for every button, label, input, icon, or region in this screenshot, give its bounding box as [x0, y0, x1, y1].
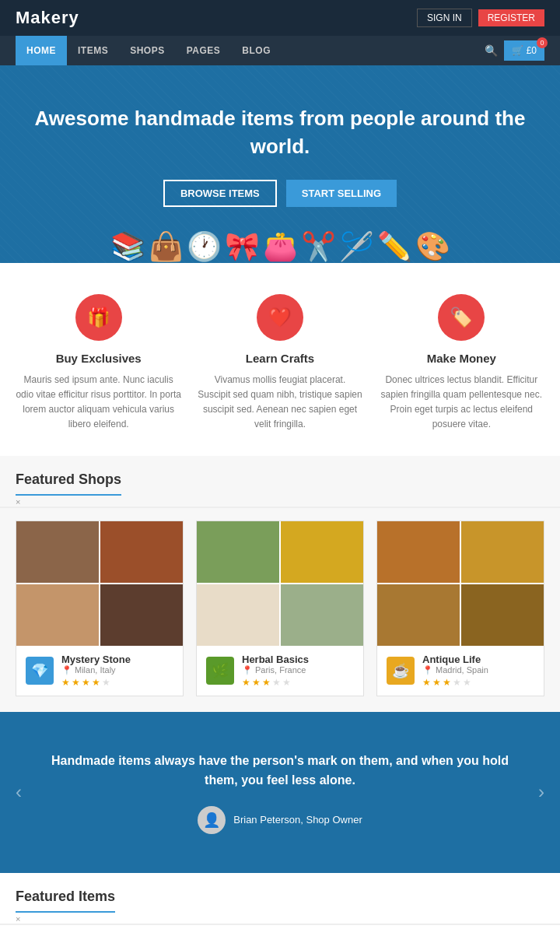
toy-scissors: ✂️: [301, 230, 336, 263]
shop-img-9: [377, 521, 460, 583]
shop-img-11: [377, 584, 460, 646]
star-a1: ★: [422, 677, 431, 688]
featured-items-title: Featured Items: [16, 889, 115, 913]
star-a2: ★: [432, 677, 441, 688]
quote-prev-arrow[interactable]: ‹: [16, 781, 22, 803]
shop-name-herbal-basics: Herbal Basics: [242, 654, 354, 665]
feature-title-money: Make Money: [379, 352, 544, 365]
shop-images-herbal-basics: [197, 521, 363, 646]
shop-img-8: [281, 584, 363, 646]
nav-item-pages[interactable]: PAGES: [176, 36, 232, 65]
shop-info-mystery-stone: 💎 Mystery Stone 📍 Milan, Italy ★ ★ ★ ★ ★: [16, 646, 183, 696]
cart-badge: 0: [537, 37, 548, 48]
cart-amount: £0: [527, 45, 537, 56]
shop-img-10: [461, 521, 544, 583]
hero-title: Awesome handmade items from people aroun…: [16, 104, 544, 161]
toy-gift: 🎀: [225, 230, 260, 263]
location-pin-icon-3: 📍: [422, 665, 433, 675]
shop-name-antique-life: Antique Life: [422, 654, 534, 665]
shop-details-antique-life: Antique Life 📍 Madrid, Spain ★ ★ ★ ★ ★: [422, 654, 534, 688]
feature-make-money: 🏷️ Make Money Donec ultrices lectus blan…: [379, 294, 544, 433]
shop-card-herbal-basics[interactable]: 🌿 Herbal Basics 📍 Paris, France ★ ★ ★ ★ …: [196, 521, 364, 696]
star-h1: ★: [242, 677, 250, 688]
feature-desc-buy: Mauris sed ipsum ante. Nunc iaculis odio…: [16, 373, 181, 433]
register-button[interactable]: REGISTER: [478, 9, 544, 26]
start-selling-button[interactable]: START SELLING: [286, 180, 397, 207]
star-2: ★: [72, 677, 80, 688]
shop-details-mystery-stone: Mystery Stone 📍 Milan, Italy ★ ★ ★ ★ ★: [61, 654, 173, 688]
header-actions: SIGN IN REGISTER: [417, 9, 544, 27]
logo: Makery: [16, 8, 79, 28]
shop-city-herbal-basics: Paris, France: [255, 665, 306, 675]
shop-avatar-antique-life: ☕: [387, 657, 415, 685]
star-h2: ★: [252, 677, 261, 688]
shop-location-herbal-basics: 📍 Paris, France: [242, 665, 354, 675]
hero-illustration: 📚 👜 🕐 🎀 👛 ✂️ 🪡 ✏️ 🎨: [16, 230, 544, 263]
signin-button[interactable]: SIGN IN: [417, 9, 472, 27]
shop-img-1: [16, 521, 99, 583]
feature-title-buy: Buy Exclusives: [16, 352, 181, 365]
nav-item-items[interactable]: ITEMS: [67, 36, 119, 65]
quote-text: Handmade items always have the person's …: [47, 751, 513, 791]
nav-item-blog[interactable]: BLOG: [231, 36, 282, 65]
shop-img-7: [197, 584, 279, 646]
star-a4: ★: [453, 677, 461, 688]
shop-avatar-mystery-stone: 💎: [26, 657, 54, 685]
featured-shops-title-area: Featured Shops ×: [0, 472, 560, 508]
featured-items-close[interactable]: ×: [16, 914, 544, 924]
shop-img-2: [100, 521, 183, 583]
shop-details-herbal-basics: Herbal Basics 📍 Paris, France ★ ★ ★ ★ ★: [242, 654, 354, 688]
shop-city-mystery-stone: Milan, Italy: [75, 665, 116, 675]
shop-stars-antique-life: ★ ★ ★ ★ ★: [422, 677, 534, 688]
feature-icon-buy: 🎁: [75, 294, 122, 341]
star-h3: ★: [262, 677, 271, 688]
hero-section: Awesome handmade items from people aroun…: [0, 65, 560, 263]
toy-purse: 👛: [263, 230, 298, 263]
shop-img-3: [16, 584, 99, 646]
feature-icon-crafts: ❤️: [257, 294, 303, 341]
quote-next-arrow[interactable]: ›: [538, 781, 544, 803]
shop-img-6: [281, 521, 363, 583]
shop-img-5: [197, 521, 279, 583]
quote-section: ‹ Handmade items always have the person'…: [0, 712, 560, 873]
location-pin-icon: 📍: [61, 665, 72, 675]
star-1: ★: [61, 677, 70, 688]
toy-bag: 👜: [149, 230, 184, 263]
nav-bar: HOME ITEMS SHOPS PAGES BLOG 🔍 🛒 £0 0: [0, 36, 560, 65]
cart-button[interactable]: 🛒 £0 0: [504, 40, 544, 61]
shop-img-4: [100, 584, 183, 646]
shop-name-mystery-stone: Mystery Stone: [61, 654, 173, 665]
shop-stars-mystery-stone: ★ ★ ★ ★ ★: [61, 677, 173, 688]
quote-content: Handmade items always have the person's …: [47, 751, 513, 834]
search-icon[interactable]: 🔍: [485, 44, 498, 57]
author-avatar: 👤: [198, 806, 226, 834]
star-4: ★: [92, 677, 100, 688]
nav-right: 🔍 🛒 £0 0: [485, 40, 544, 61]
star-a3: ★: [443, 677, 451, 688]
featured-shops-section: Featured Shops × 💎 Mystery Stone 📍 Milan…: [0, 456, 560, 712]
featured-shops-close[interactable]: ×: [16, 497, 544, 507]
browse-items-button[interactable]: BROWSE ITEMS: [163, 180, 277, 207]
feature-desc-crafts: Vivamus mollis feugiat placerat. Suscipi…: [197, 373, 362, 433]
toy-paint: 🎨: [415, 230, 450, 263]
shops-grid: 💎 Mystery Stone 📍 Milan, Italy ★ ★ ★ ★ ★: [0, 521, 560, 696]
shop-info-herbal-basics: 🌿 Herbal Basics 📍 Paris, France ★ ★ ★ ★ …: [197, 646, 363, 696]
shop-avatar-herbal-basics: 🌿: [206, 657, 234, 685]
shop-images-antique-life: [377, 521, 544, 646]
nav-item-shops[interactable]: SHOPS: [119, 36, 176, 65]
features-section: 🎁 Buy Exclusives Mauris sed ipsum ante. …: [0, 263, 560, 456]
shop-card-antique-life[interactable]: ☕ Antique Life 📍 Madrid, Spain ★ ★ ★ ★ ★: [376, 521, 544, 696]
feature-icon-money: 🏷️: [438, 294, 485, 341]
nav-item-home[interactable]: HOME: [16, 36, 67, 65]
star-5: ★: [102, 677, 110, 688]
shop-stars-herbal-basics: ★ ★ ★ ★ ★: [242, 677, 354, 688]
toy-clock: 🕐: [187, 230, 222, 263]
shop-location-mystery-stone: 📍 Milan, Italy: [61, 665, 173, 675]
nav-items: HOME ITEMS SHOPS PAGES BLOG: [16, 36, 485, 65]
shop-info-antique-life: ☕ Antique Life 📍 Madrid, Spain ★ ★ ★ ★ ★: [377, 646, 544, 696]
top-header: Makery SIGN IN REGISTER: [0, 0, 560, 36]
star-a5: ★: [463, 677, 471, 688]
shop-card-mystery-stone[interactable]: 💎 Mystery Stone 📍 Milan, Italy ★ ★ ★ ★ ★: [16, 521, 184, 696]
quote-author: 👤 Brian Peterson, Shop Owner: [47, 806, 513, 834]
feature-desc-money: Donec ultrices lectus blandit. Efficitur…: [379, 373, 544, 433]
